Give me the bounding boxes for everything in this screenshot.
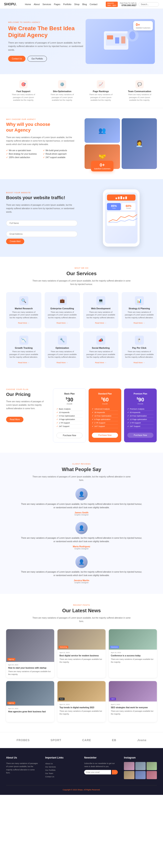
phone-header	[107, 194, 135, 200]
feature-item: ✓50 Keywords	[127, 411, 154, 414]
service-desc-4: There are many variations of passages of…	[125, 311, 154, 319]
feature-title-2: Site-Optimisation	[48, 90, 76, 93]
partner-care: CARE	[82, 739, 91, 742]
svg-rect-8	[118, 197, 120, 199]
hero-description: There are many variations of passages of…	[8, 41, 86, 52]
news-content-1: April 25, 2023 How to start your busines…	[6, 662, 54, 678]
news-category-4: Agency	[7, 702, 15, 704]
hours-label: Mon-Fri	[107, 2, 116, 4]
footer-link-5[interactable]: Contact Us	[45, 775, 78, 778]
services-badge: WHAT WE DO	[6, 267, 157, 269]
nav-about[interactable]: About	[34, 3, 40, 5]
news-image-6: SEO	[109, 681, 157, 702]
services-description: There are many variations of passages of…	[31, 279, 132, 286]
testimonial-role-1: Graphic Designer	[21, 514, 142, 516]
standard-plan-button[interactable]: Purchase Now	[92, 433, 118, 438]
feature-item: ✓Basic Analysis	[56, 407, 83, 411]
news-grid: Agency April 25, 2023 How to start your …	[6, 629, 157, 722]
nav-shop[interactable]: Shop	[74, 3, 79, 5]
hero-contact-button[interactable]: Contact Us	[8, 56, 26, 62]
boost-description: There are many variations of passages of…	[6, 203, 77, 214]
footer-links-list: About Us Our Services Our Portfolio Our …	[45, 762, 78, 778]
service-link-6[interactable]: Read More →	[56, 362, 68, 364]
service-title-8: Pay Per Click	[125, 347, 154, 349]
why-description: There are many variations of passages of…	[6, 136, 78, 146]
insta-5[interactable]	[135, 771, 146, 779]
footer-about-col: About Us There are many variations of pa…	[6, 756, 39, 779]
svg-rect-2	[107, 35, 113, 39]
pay-per-click-icon: 🖱️	[135, 336, 144, 345]
nav-blog[interactable]: Blog	[82, 3, 87, 5]
news-title-4: How agencies grow their business fast	[8, 710, 52, 713]
instagram-grid	[124, 762, 157, 779]
nav-portfolio[interactable]: Portfolio	[63, 3, 71, 5]
basic-plan-period: /month	[56, 403, 83, 405]
insta-4[interactable]	[124, 771, 134, 779]
news-title-2: Best digital service for modern business	[59, 654, 104, 657]
feature-item: 💬 Team Communication There are many vari…	[125, 80, 154, 102]
market-research-icon: 🔍	[19, 296, 28, 305]
service-link-1[interactable]: Read More →	[18, 322, 29, 324]
search-input[interactable]	[138, 2, 159, 6]
footer-links-col: Important Links About Us Our Services Ou…	[45, 756, 78, 779]
insta-2[interactable]	[135, 762, 146, 770]
nav-contact[interactable]: Contact	[90, 3, 97, 5]
site-logo[interactable]: SHOPU.	[4, 2, 16, 6]
news-card-6: SEO April 5, 2023 SEO strategies that wo…	[109, 681, 157, 722]
nav-services[interactable]: Services	[43, 3, 51, 5]
footer-link-4[interactable]: Our Team	[45, 772, 78, 775]
service-link-2[interactable]: Read More →	[56, 322, 68, 324]
testimonials-list: 👤 There are many variations of passages …	[21, 488, 142, 584]
pricing-section: CHOOSE YOUR PLAN Our Pricing There are m…	[0, 378, 163, 453]
service-title-4: Strategy & Planning	[125, 307, 154, 310]
avatar-2: 👤	[75, 522, 88, 534]
boost-name-input[interactable]	[6, 220, 77, 226]
nav-pages[interactable]: Pages	[54, 3, 60, 5]
boost-submit-button[interactable]: Create Alert	[6, 239, 24, 244]
news-card-1: Agency April 25, 2023 How to start your …	[6, 629, 54, 678]
optimization-icon: 🔧	[58, 336, 67, 345]
pricing-read-more-button[interactable]: Read More	[6, 417, 24, 422]
social-marketing-icon: 📣	[96, 336, 105, 345]
service-link-7[interactable]: Read More →	[95, 362, 106, 364]
premium-plan-button[interactable]: Purchase Now	[127, 433, 154, 438]
footer-link-3[interactable]: Our Portfolio	[45, 769, 78, 772]
services-grid: 🔍 Market Research There are many variati…	[6, 292, 157, 368]
checklist-item: We are a specialist team	[6, 149, 42, 152]
basic-plan-button[interactable]: Purchase Now	[56, 433, 83, 438]
hero-title-2: Digital	[8, 32, 27, 38]
feature-title-4: Team Communication	[125, 90, 154, 93]
service-link-5[interactable]: Read More →	[18, 362, 29, 364]
footer-newsletter-button[interactable]: →	[112, 770, 118, 774]
service-link-8[interactable]: Read More →	[133, 362, 145, 364]
footer-instagram-title: Instagram	[124, 756, 157, 759]
footer-about-title: About Us	[6, 756, 39, 759]
testimonials-badge: CLIENT REVIEWS	[6, 463, 157, 465]
insta-3[interactable]	[147, 762, 157, 770]
footer-newsletter-form: →	[84, 770, 118, 774]
service-link-3[interactable]: Read More →	[95, 322, 106, 324]
insta-1[interactable]	[124, 762, 134, 770]
fast-support-icon: 🎯	[19, 80, 28, 89]
insta-6[interactable]	[147, 771, 157, 779]
news-title-5: Top trends in digital marketing 2023	[59, 706, 104, 709]
svg-rect-11	[125, 196, 127, 199]
hours-value: 9am - 6pm	[107, 4, 116, 6]
feature-desc-2: There are many variations of passages of…	[48, 93, 76, 102]
footer-links-title: Important Links	[45, 756, 78, 759]
news-date-1: April 25, 2023	[8, 664, 52, 666]
nav-home[interactable]: Home	[25, 3, 31, 5]
footer-email-input[interactable]	[84, 770, 111, 774]
news-excerpt-1: There are many variations of passages av…	[8, 670, 52, 676]
news-date-3: April 18, 2023	[111, 652, 155, 653]
footer-link-2[interactable]: Our Services	[45, 765, 78, 769]
feature-item: ⚙️ Site-Optimisation There are many vari…	[48, 80, 76, 102]
service-title-2: Enterprise Consulting	[48, 307, 77, 310]
hero-portfolio-button[interactable]: Our Portfolio	[28, 56, 47, 62]
footer-link-1[interactable]: About Us	[45, 762, 78, 765]
footer-instagram-col: Instagram	[124, 756, 157, 779]
service-link-4[interactable]: Read More →	[133, 322, 145, 324]
service-desc-2: There are many variations of passages of…	[48, 311, 77, 319]
why-choose-content: WHY CHOOSE OUR AGENCY Why will you choos…	[6, 118, 78, 158]
boost-email-input[interactable]	[6, 231, 77, 237]
